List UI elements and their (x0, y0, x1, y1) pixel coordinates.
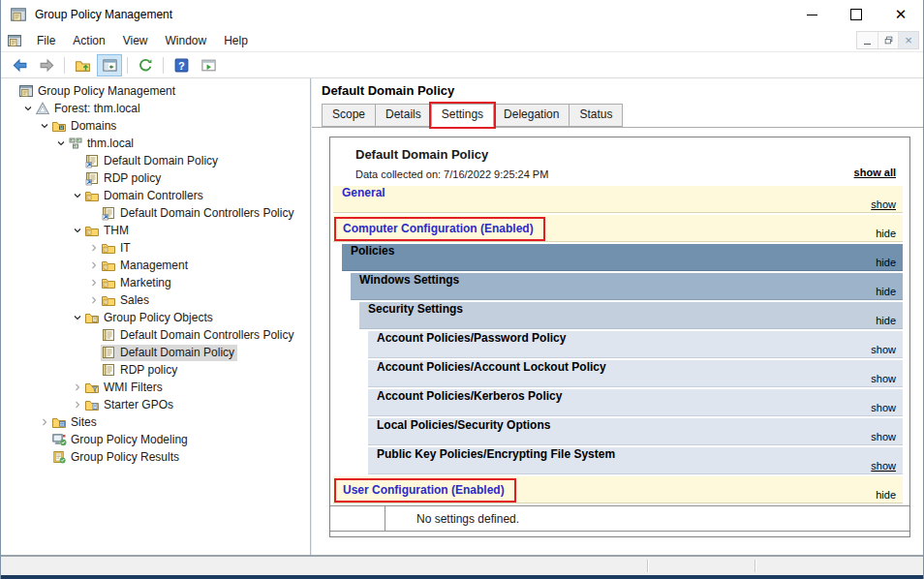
chevron-right-icon[interactable] (87, 259, 101, 272)
chevron-spacer (87, 328, 101, 342)
tree-item-content: thm.local (68, 136, 137, 152)
tree-item-starter-gpos[interactable]: Starter GPOs (1, 396, 310, 413)
tab-delegation[interactable]: Delegation (493, 104, 570, 127)
tree-item-rdp-policy[interactable]: RDP policy (1, 361, 310, 379)
chevron-spacer (71, 171, 84, 185)
chevron-spacer (5, 84, 18, 98)
mdi-close-icon[interactable] (898, 32, 918, 48)
domain-icon (68, 136, 83, 151)
tree-item-group-policy-modeling[interactable]: Group Policy Modeling (1, 431, 310, 448)
hide-link[interactable]: hide (876, 286, 896, 297)
chevron-right-icon[interactable] (87, 241, 101, 255)
status-separator (647, 560, 649, 572)
help-button[interactable]: ? (169, 54, 194, 76)
tree-item-rdp-policy[interactable]: RDP policy (1, 169, 310, 187)
show-link[interactable]: show (871, 402, 896, 413)
modeling-icon (51, 432, 67, 447)
chevron-right-icon[interactable] (87, 293, 101, 307)
tree-item-default-domain-policy[interactable]: Default Domain Policy (1, 152, 310, 169)
tree-item-sites[interactable]: Sites (1, 413, 310, 431)
tree-item-forest-thm-local[interactable]: Forest: thm.local (1, 100, 310, 117)
maximize-button-icon[interactable] (834, 0, 878, 29)
chevron-right-icon[interactable] (71, 381, 84, 394)
gpo-icon (101, 362, 116, 378)
show-link[interactable]: show (871, 198, 896, 210)
menu-help[interactable]: Help (215, 30, 257, 51)
tree-item-thm[interactable]: THM (1, 222, 310, 239)
report-collected-timestamp: Data collected on: 7/16/2022 9:25:24 PM (355, 168, 896, 180)
hide-link[interactable]: hide (876, 257, 896, 268)
tree-item-default-domain-controllers-policy[interactable]: Default Domain Controllers Policy (1, 204, 310, 222)
up-one-level-button[interactable] (70, 54, 95, 76)
minimize-button-icon[interactable] (789, 0, 834, 29)
chevron-down-icon[interactable] (71, 311, 84, 324)
menu-window[interactable]: Window (157, 30, 216, 51)
chevron-down-icon[interactable] (71, 189, 84, 202)
hide-link[interactable]: hide (876, 315, 896, 326)
menu-view[interactable]: View (114, 30, 157, 51)
tab-scope[interactable]: Scope (322, 104, 376, 127)
mdi-restore-icon[interactable] (878, 32, 898, 48)
chevron-right-icon[interactable] (71, 398, 84, 411)
menu-action[interactable]: Action (64, 30, 113, 51)
tab-status[interactable]: Status (569, 104, 623, 127)
report-header: Default Domain Policy Data collected on:… (330, 137, 909, 186)
tree-item-default-domain-controllers-policy[interactable]: Default Domain Controllers Policy (1, 326, 310, 344)
new-window-button[interactable] (196, 54, 221, 76)
back-button[interactable] (7, 54, 32, 76)
chevron-down-icon[interactable] (54, 137, 68, 150)
chevron-down-icon[interactable] (21, 102, 35, 115)
chevron-right-icon[interactable] (87, 276, 101, 290)
console-tree-toggle-button[interactable] (97, 54, 122, 76)
tree-item-group-policy-objects[interactable]: Group Policy Objects (1, 309, 310, 326)
tree-item-content: Group Policy Management (18, 83, 178, 100)
domains-folder-icon (51, 118, 67, 134)
tree-item-marketing[interactable]: Marketing (1, 274, 310, 291)
tree-item-thm-local[interactable]: thm.local (1, 135, 310, 152)
chevron-down-icon[interactable] (38, 119, 51, 133)
show-link[interactable]: show (871, 460, 896, 472)
ou-folder-icon (101, 292, 116, 308)
svg-text:?: ? (178, 59, 185, 71)
export-list-button[interactable] (133, 54, 158, 76)
show-link[interactable]: show (871, 373, 896, 384)
tree-item-default-domain-policy[interactable]: Default Domain Policy (1, 344, 310, 361)
tree-item-domains[interactable]: Domains (1, 117, 310, 135)
tree-item-sales[interactable]: Sales (1, 291, 310, 309)
tree-item-domain-controllers[interactable]: Domain Controllers (1, 187, 310, 204)
report-title: Default Domain Policy (355, 147, 896, 162)
section-title: Policies (342, 239, 394, 258)
tree-item-management[interactable]: Management (1, 257, 310, 274)
section-title: Account Policies/Account Lockout Policy (368, 355, 606, 374)
show-link[interactable]: show (871, 431, 896, 442)
hide-link[interactable]: hide (876, 489, 896, 501)
tree-item-group-policy-results[interactable]: Group Policy Results (1, 448, 310, 466)
tree-item-label: Default Domain Controllers Policy (120, 328, 293, 342)
menu-file[interactable]: File (28, 30, 64, 51)
gpo-link-icon (84, 153, 100, 168)
section-title-red-boxed: Computer Configuration (Enabled) (334, 217, 545, 241)
show-link[interactable]: show (871, 344, 896, 355)
gpo-link-icon (84, 170, 100, 186)
mdi-minimize-icon[interactable] (857, 32, 878, 48)
hide-link[interactable]: hide (876, 228, 896, 239)
chevron-right-icon[interactable] (38, 415, 51, 429)
gpo-tabs: ScopeDetailsSettingsDelegationStatus (322, 104, 622, 127)
close-button-icon[interactable] (878, 0, 923, 29)
tab-details[interactable]: Details (375, 104, 432, 127)
forward-button[interactable] (34, 54, 59, 76)
show-all-link[interactable]: show all (854, 167, 896, 178)
console-tree-pane[interactable]: Group Policy ManagementForest: thm.local… (1, 78, 311, 555)
tree-item-it[interactable]: IT (1, 239, 310, 257)
tree-item-label: Default Domain Controllers Policy (120, 206, 293, 220)
section-title: Account Policies/Kerberos Policy (368, 384, 562, 403)
tree-item-label: Domain Controllers (104, 189, 203, 202)
ou-folder-icon (101, 240, 116, 256)
chevron-spacer (38, 433, 51, 446)
chevron-spacer (71, 154, 84, 168)
chevron-down-icon[interactable] (71, 224, 84, 237)
tree-item-wmi-filters[interactable]: WMI Filters (1, 379, 310, 396)
tab-settings[interactable]: Settings (431, 104, 494, 127)
section-security-settings: Security Settingshide (359, 302, 903, 329)
tree-item-group-policy-management[interactable]: Group Policy Management (1, 82, 310, 100)
